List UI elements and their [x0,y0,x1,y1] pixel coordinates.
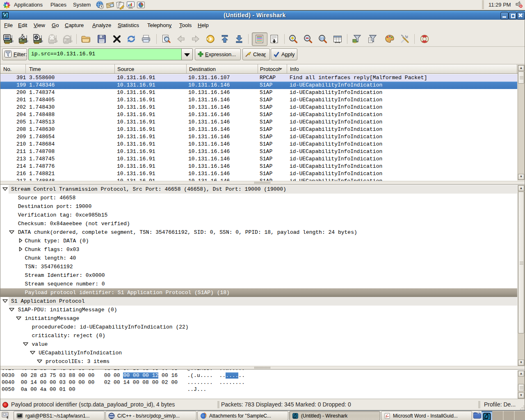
svg-text:1:1: 1:1 [320,37,324,40]
